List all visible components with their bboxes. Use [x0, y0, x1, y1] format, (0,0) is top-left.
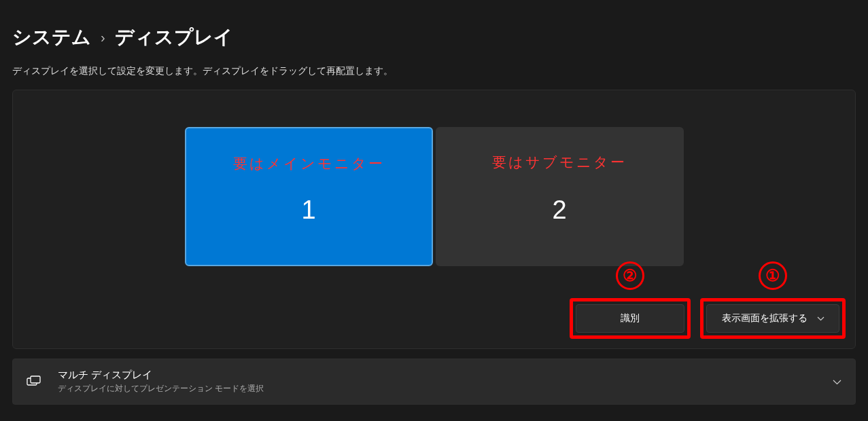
- breadcrumb: システム › ディスプレイ: [12, 24, 856, 50]
- dropdown-button-group: ① 表示画面を拡張する: [700, 298, 846, 339]
- multi-display-icon: [27, 374, 41, 389]
- monitor-2-number: 2: [552, 196, 566, 225]
- chevron-right-icon: ›: [101, 30, 105, 45]
- multi-display-title: マルチ ディスプレイ: [58, 369, 833, 382]
- panel-buttons: ② 識別 ① 表示画面を拡張する: [570, 298, 846, 339]
- monitor-2[interactable]: 要はサブモニター 2: [436, 127, 684, 266]
- chevron-down-icon: [833, 377, 841, 387]
- identify-button-group: ② 識別: [570, 298, 691, 339]
- multi-display-row[interactable]: マルチ ディスプレイ ディスプレイに対してプレゼンテーション モードを選択: [12, 359, 856, 405]
- display-mode-selected: 表示画面を拡張する: [722, 312, 808, 325]
- annotation-circle-2: ②: [616, 261, 644, 290]
- breadcrumb-parent[interactable]: システム: [12, 24, 91, 50]
- monitor-1-annotation: 要はメインモニター: [233, 154, 385, 173]
- identify-button[interactable]: 識別: [576, 304, 684, 333]
- breadcrumb-current: ディスプレイ: [115, 24, 233, 50]
- page-description: ディスプレイを選択して設定を変更します。ディスプレイをドラッグして再配置します。: [12, 65, 856, 77]
- svg-rect-1: [31, 376, 40, 383]
- multi-display-subtitle: ディスプレイに対してプレゼンテーション モードを選択: [58, 383, 833, 395]
- annotation-frame-dropdown: 表示画面を拡張する: [700, 298, 846, 339]
- display-mode-dropdown[interactable]: 表示画面を拡張する: [706, 304, 839, 333]
- annotation-circle-1: ①: [759, 261, 787, 290]
- display-arrangement-panel: 要はメインモニター 1 要はサブモニター 2 ② 識別 ① 表示画面を拡張する: [12, 90, 856, 349]
- monitor-2-annotation: 要はサブモニター: [492, 153, 627, 172]
- annotation-frame-identify: 識別: [570, 298, 691, 339]
- multi-display-text: マルチ ディスプレイ ディスプレイに対してプレゼンテーション モードを選択: [58, 369, 833, 395]
- monitor-1[interactable]: 要はメインモニター 1: [185, 127, 433, 266]
- chevron-down-icon: [817, 314, 824, 323]
- monitors-area[interactable]: 要はメインモニター 1 要はサブモニター 2: [25, 103, 843, 266]
- monitor-1-number: 1: [301, 196, 315, 225]
